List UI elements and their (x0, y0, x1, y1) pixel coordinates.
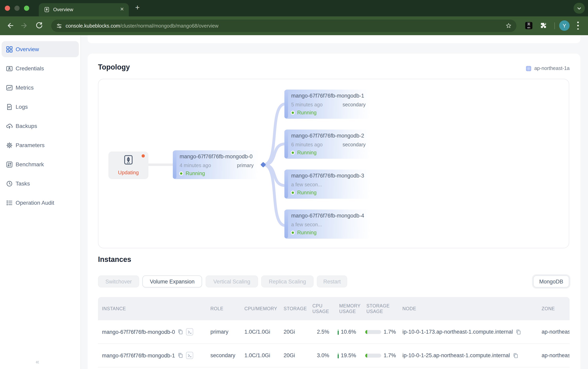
sidebar-item-credentials[interactable]: Credentials (2, 60, 79, 76)
cluster-status-label: Updating (108, 170, 148, 175)
site-settings-icon[interactable] (56, 23, 63, 29)
pod-age: a few secon... (291, 182, 322, 187)
maximize-window-button[interactable] (24, 6, 29, 11)
memory-usage-meter (338, 353, 339, 358)
scrolled-card-bottom (88, 35, 580, 43)
cluster-node[interactable]: Updating (108, 152, 148, 179)
col-memory-usage: MEMORY USAGE (339, 303, 362, 314)
close-window-button[interactable] (5, 6, 10, 11)
translate-extension-icon[interactable]: 英en (525, 22, 532, 29)
role-cell: secondary (210, 352, 235, 359)
col-node: NODE (402, 306, 416, 311)
list-icon (6, 199, 13, 206)
restart-button[interactable]: Restart (317, 276, 347, 287)
pod-role: secondary (343, 102, 366, 108)
pod-name: mango-67f76f76fb-mongodb-3 (291, 173, 364, 179)
mongodb-leaf-icon (122, 154, 134, 166)
updating-dot (142, 154, 145, 157)
instance-cell: mango-67f76f76fb-mongodb-1 (102, 352, 193, 359)
storage-usage-cell: 1.7% (365, 329, 396, 335)
screen: Overview ✕ + console.kubeblocks.com/clus… (0, 0, 588, 369)
node-cell: ip-10-0-1-173.ap-northeast-1.compute.int… (402, 329, 521, 335)
cpu-usage-cell: 2.5% (312, 329, 329, 335)
instance-name: mango-67f76f76fb-mongodb-0 (102, 329, 175, 335)
pod-role: primary (237, 163, 254, 168)
terminal-button[interactable] (186, 352, 193, 359)
pod-node-replica-2[interactable]: mango-67f76f76fb-mongodb-2 6 minutes ago… (284, 130, 370, 159)
role-cell: primary (210, 329, 228, 335)
pod-node-replica-1[interactable]: mango-67f76f76fb-mongodb-1 5 minutes ago… (284, 90, 370, 119)
topology-panel: Updating mango-67f76f76fb-mongodb-0 4 mi… (98, 79, 569, 248)
copy-icon[interactable] (178, 353, 183, 358)
zone-legend-swatch (526, 66, 531, 71)
table-row: mango-67f76f76fb-mongodb-1 secondary 1.0… (98, 343, 570, 367)
bookmark-star-icon[interactable] (505, 22, 512, 29)
switchover-button[interactable]: Switchover (98, 276, 139, 287)
kubeblocks-favicon (44, 7, 50, 12)
tab-search-button[interactable] (574, 3, 585, 14)
extensions-puzzle-icon[interactable] (540, 21, 548, 30)
sidebar-item-overview[interactable]: Overview (2, 41, 79, 57)
pod-node-replica-3[interactable]: mango-67f76f76fb-mongodb-3 a few secon..… (284, 170, 370, 199)
pod-status: Running (297, 150, 317, 155)
sidebar-item-logs[interactable]: Logs (2, 99, 79, 115)
chart-icon (6, 84, 13, 91)
new-tab-button[interactable]: + (135, 3, 140, 12)
sidebar-collapse-button[interactable]: « (36, 358, 39, 365)
pod-status: Running (297, 229, 317, 236)
back-button[interactable] (6, 21, 14, 30)
table-row-partial (98, 367, 570, 369)
storage-cell: 20Gi (284, 329, 295, 335)
col-cpu-usage: CPU USAGE (312, 303, 329, 314)
terminal-button[interactable] (186, 328, 193, 335)
copy-icon[interactable] (513, 353, 518, 358)
volume-expansion-button[interactable]: Volume Expansion (142, 276, 202, 287)
sidebar-item-backups[interactable]: Backups (2, 118, 79, 134)
browser-tab-strip: Overview ✕ + (0, 0, 588, 16)
sliders-icon (6, 161, 13, 168)
copy-icon[interactable] (516, 329, 521, 335)
pod-accent-bar (284, 90, 288, 118)
pod-age: 5 minutes ago (291, 102, 323, 108)
profile-avatar[interactable]: Y (559, 20, 570, 31)
pod-status: Running (186, 170, 205, 176)
pod-node-replica-4[interactable]: mango-67f76f76fb-mongodb-4 a few secon..… (284, 209, 370, 239)
vertical-scaling-button[interactable]: Vertical Scaling (206, 276, 258, 287)
url-text: console.kubeblocks.com/cluster/normal/mo… (66, 23, 218, 29)
engine-filter-button[interactable]: MongoDB (533, 276, 569, 287)
reload-button[interactable] (35, 21, 44, 30)
tab-title: Overview (53, 7, 73, 12)
instances-heading: Instances (98, 256, 131, 264)
close-tab-icon[interactable]: ✕ (120, 6, 124, 12)
cpu-usage-cell: 3.0% (312, 352, 329, 359)
cloud-upload-icon (6, 123, 13, 129)
pod-name: mango-67f76f76fb-mongodb-2 (291, 133, 364, 139)
running-dot (291, 151, 295, 154)
running-dot (179, 171, 183, 175)
copy-icon[interactable] (178, 329, 183, 335)
forward-button[interactable] (20, 21, 29, 30)
col-storage: STORAGE (284, 306, 307, 311)
memory-usage-meter (338, 329, 339, 335)
sidebar-item-tasks[interactable]: Tasks (2, 175, 79, 192)
sidebar-item-benchmark[interactable]: Benchmark (2, 156, 79, 172)
sidebar-item-parameters[interactable]: Parameters (2, 137, 79, 153)
id-card-icon (6, 65, 13, 72)
pod-node-primary[interactable]: mango-67f76f76fb-mongodb-0 4 minutes ago… (173, 150, 258, 179)
storage-usage-cell: 1.7% (365, 352, 396, 359)
cluster-primary-connector (148, 164, 173, 166)
topology-heading: Topology (98, 63, 130, 72)
running-dot (291, 191, 295, 195)
minimize-window-button[interactable] (14, 6, 20, 11)
sidebar-item-operation-audit[interactable]: Operation Audit (2, 195, 79, 211)
pod-accent-bar (284, 130, 288, 158)
browser-tab[interactable]: Overview ✕ (39, 3, 129, 16)
browser-menu-icon[interactable] (577, 21, 579, 30)
pod-name: mango-67f76f76fb-mongodb-0 (180, 154, 252, 160)
replica-scaling-button[interactable]: Replica Scaling (261, 276, 314, 287)
sidebar: Overview Credentials Metrics Logs Backup… (0, 35, 81, 369)
url-bar[interactable]: console.kubeblocks.com/cluster/normal/mo… (51, 20, 516, 32)
storage-cell: 20Gi (284, 352, 295, 359)
sidebar-item-metrics[interactable]: Metrics (2, 80, 79, 96)
instances-table: INSTANCE ROLE CPU/MEMORY STORAGE CPU USA… (98, 297, 570, 369)
